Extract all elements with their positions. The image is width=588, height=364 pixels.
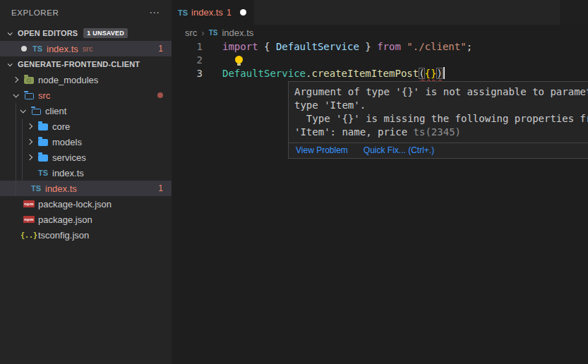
folder-problems-dot-icon (157, 92, 163, 98)
folder-icon (38, 123, 48, 131)
chevron-right-icon (27, 123, 32, 129)
line-number: 2 (172, 54, 203, 67)
hover-actions: View Problem Quick Fix... (Ctrl+.) (289, 142, 588, 158)
quick-fix-link[interactable]: Quick Fix... (Ctrl+.) (364, 145, 434, 155)
tree-item-label: package-lock.json (38, 199, 112, 210)
indent-guide (16, 103, 16, 196)
token-method-name: createItemItemPost (311, 68, 419, 79)
chevron-down-icon (13, 92, 18, 97)
token-import-name: DefaultService (276, 41, 359, 52)
modified-dot-icon (21, 46, 27, 51)
tab-problem-count: 1 (227, 8, 232, 18)
typescript-icon: TS (31, 184, 41, 193)
token-open-brace: { (264, 41, 276, 52)
vscode-window: EXPLORER ⋯ OPEN EDITORS 1 UNSAVED TS ind… (0, 0, 588, 364)
tree-item-services[interactable]: services (0, 150, 172, 165)
tabbar-empty-region (560, 0, 588, 25)
breadcrumb: src › TS index.ts (172, 25, 253, 40)
open-editor-file-detail: src (83, 44, 93, 53)
tree-item-node-modules[interactable]: node_modules (0, 72, 172, 87)
tree-item-client[interactable]: client (0, 103, 172, 119)
error-source-code: ts(2345) (414, 126, 461, 138)
open-editors-label: OPEN EDITORS (18, 29, 78, 37)
tree-item-label: src (38, 90, 50, 101)
sidebar-title-row: EXPLORER ⋯ (0, 0, 172, 25)
indent-guide (22, 119, 23, 181)
json-braces-icon: {..} (20, 231, 37, 239)
chevron-down-icon (20, 107, 25, 113)
workspace-label: GENERATE-FRONTEND-CLIENT (18, 60, 140, 68)
tree-item-package-lock-json[interactable]: npm package-lock.json (0, 196, 172, 212)
typescript-icon: TS (38, 169, 48, 177)
tree-item-label: node_modules (38, 75, 98, 85)
tree-item-label: tsconfig.json (38, 230, 89, 241)
tree-item-label: models (52, 137, 82, 147)
chevron-right-icon (27, 154, 32, 160)
tree-item-src[interactable]: src (0, 87, 172, 103)
view-problem-link[interactable]: View Problem (296, 145, 348, 155)
unsaved-badge: 1 UNSAVED (83, 28, 128, 38)
open-editors-header[interactable]: OPEN EDITORS 1 UNSAVED (0, 25, 172, 41)
open-editor-item-index-ts[interactable]: TS index.ts src 1 (0, 41, 172, 56)
npm-icon: npm (23, 216, 35, 223)
chevron-down-icon (7, 61, 12, 66)
npm-icon: npm (23, 200, 35, 207)
quick-fix-lightbulb-icon[interactable] (235, 56, 243, 63)
tab-modified-dot-icon[interactable] (240, 9, 246, 16)
problem-count-badge: 1 (158, 44, 163, 54)
tree-item-client-index-ts[interactable]: TS index.ts (0, 165, 172, 181)
code-line-3: DefaultService.createItemItemPost({}) (222, 67, 445, 80)
error-squiggle-region: ({}) (419, 68, 443, 79)
folder-open-icon (25, 93, 34, 99)
tree-item-package-json[interactable]: npm package.json (0, 212, 172, 227)
chevron-right-icon (27, 139, 32, 145)
typescript-icon: TS (32, 44, 42, 53)
typescript-icon: TS (209, 29, 218, 37)
error-message-line: 'Item': name, price ts(2345) (294, 126, 588, 139)
tree-item-core[interactable]: core (0, 119, 172, 134)
chevron-down-icon (7, 30, 12, 35)
explorer-sidebar: EXPLORER ⋯ OPEN EDITORS 1 UNSAVED TS ind… (0, 0, 172, 364)
tree-item-label: index.ts (45, 183, 77, 194)
typescript-icon: TS (178, 8, 188, 17)
code-area[interactable]: 1 2 3 import { DefaultService } from "./… (172, 40, 588, 83)
editor-group: TS index.ts 1 src › TS index.ts 1 2 3 im… (172, 0, 588, 364)
problem-count-badge: 1 (158, 183, 163, 193)
token-service-name: DefaultService (222, 68, 306, 79)
tree-item-src-index-ts[interactable]: TS index.ts 1 (0, 181, 172, 196)
node-modules-folder-icon (24, 77, 34, 84)
tree-item-label: client (45, 106, 66, 116)
line-number-active: 3 (172, 67, 203, 80)
token-empty-object-arg: {} (425, 68, 437, 79)
tab-bar: TS index.ts 1 (172, 0, 588, 25)
error-message-line: type 'Item'. (294, 99, 588, 112)
token-keyword-from: from (377, 41, 407, 52)
token-semicolon: ; (467, 41, 472, 52)
tab-index-ts[interactable]: TS index.ts 1 (172, 0, 254, 25)
workspace-header[interactable]: GENERATE-FRONTEND-CLIENT (0, 56, 172, 72)
token-open-paren: ( (419, 68, 424, 79)
error-message: Argument of type '{}' is not assignable … (289, 82, 588, 142)
tree-item-tsconfig-json[interactable]: {..} tsconfig.json (0, 227, 172, 243)
token-module-string: "./client" (407, 41, 466, 52)
tab-file-name: index.ts (191, 7, 223, 18)
file-tree: node_modules src client core (0, 72, 172, 243)
breadcrumb-file[interactable]: index.ts (222, 28, 253, 38)
token-close-paren: ) (436, 68, 442, 79)
folder-icon (38, 139, 48, 146)
chevron-right-icon (13, 77, 18, 83)
chevron-right-icon: › (201, 28, 204, 38)
error-message-tail: 'Item': name, price (294, 126, 414, 138)
tree-item-label: package.json (38, 214, 92, 225)
code-line-1: import { DefaultService } from "./client… (222, 40, 472, 54)
text-cursor (443, 67, 445, 79)
folder-open-icon (32, 109, 41, 115)
error-message-line: Type '{}' is missing the following prope… (294, 112, 588, 126)
breadcrumb-folder[interactable]: src (185, 28, 197, 38)
explorer-title: EXPLORER (11, 8, 59, 17)
more-actions-icon[interactable]: ⋯ (149, 6, 160, 19)
tree-item-label: index.ts (52, 168, 84, 178)
tree-item-models[interactable]: models (0, 134, 172, 150)
tree-item-label: core (52, 121, 70, 132)
token-keyword-import: import (222, 41, 264, 52)
